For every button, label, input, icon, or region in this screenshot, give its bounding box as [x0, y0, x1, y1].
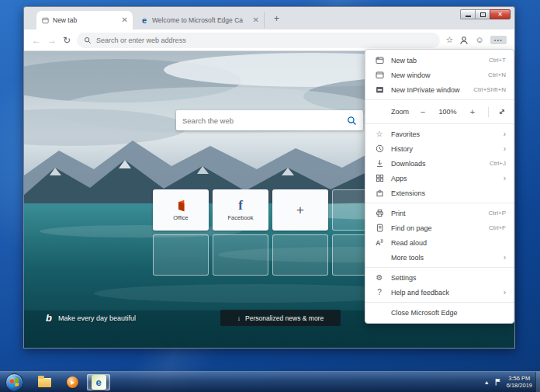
- menu-item-close-edge[interactable]: Close Microsoft Edge: [365, 305, 514, 320]
- settings-and-more-button[interactable]: ...: [490, 36, 507, 44]
- tile-label: Facebook: [228, 214, 254, 221]
- taskbar-explorer-button[interactable]: [33, 374, 56, 390]
- inprivate-icon: [375, 85, 384, 94]
- bing-logo-icon: b: [46, 313, 52, 323]
- office-logo-icon: [175, 199, 187, 212]
- address-input[interactable]: [96, 36, 432, 44]
- menu-separator: [365, 99, 514, 100]
- show-desktop-button[interactable]: [535, 372, 540, 392]
- new-tab-button[interactable]: +: [271, 13, 282, 25]
- apps-grid-icon: [375, 174, 384, 182]
- tile-add[interactable]: +: [272, 189, 328, 231]
- tray-expand-icon[interactable]: ▲: [484, 380, 490, 385]
- zoom-out-button[interactable]: −: [417, 107, 429, 116]
- zoom-divider: [488, 107, 489, 117]
- tab-new-tab[interactable]: New tab ✕: [36, 11, 133, 29]
- web-search-box[interactable]: [176, 110, 363, 130]
- clock-time: 3:56 PM: [507, 375, 532, 382]
- tab-close-icon[interactable]: ✕: [122, 16, 128, 24]
- downloads-icon: [375, 159, 384, 168]
- taskbar-edge-button[interactable]: e: [87, 374, 110, 390]
- newtab-favicon-icon: [41, 16, 49, 24]
- menu-item-new-inprivate-window[interactable]: New InPrivate window Ctrl+Shft+N: [365, 82, 514, 97]
- menu-item-new-tab[interactable]: New tab Ctrl+T: [365, 53, 514, 68]
- find-on-page-icon: [375, 224, 384, 232]
- taskbar-clock[interactable]: 3:56 PM 6/18/2019: [507, 375, 532, 389]
- web-search-icon[interactable]: [347, 116, 357, 126]
- menu-item-apps[interactable]: Apps ›: [365, 171, 514, 186]
- menu-item-find-on-page[interactable]: Find on page Ctrl+F: [365, 220, 514, 235]
- personalized-news-button[interactable]: ↓ Personalized news & more: [220, 310, 341, 326]
- down-arrow-icon: ↓: [237, 314, 241, 322]
- history-clock-icon: [375, 144, 384, 153]
- extensions-puzzle-icon: [375, 189, 384, 197]
- fullscreen-icon[interactable]: [498, 108, 506, 116]
- start-button[interactable]: [5, 373, 23, 391]
- minimize-button[interactable]: [460, 9, 475, 19]
- read-aloud-icon: A)): [375, 239, 384, 246]
- menu-item-extensions[interactable]: Extensions: [365, 186, 514, 200]
- menu-item-print[interactable]: Print Ctrl+P: [365, 206, 514, 220]
- taskbar-media-player-button[interactable]: [61, 374, 84, 390]
- refresh-icon[interactable]: ↻: [63, 36, 71, 45]
- edge-favicon-icon: e: [140, 16, 148, 24]
- facebook-logo-icon: f: [238, 199, 243, 212]
- profile-icon[interactable]: [459, 36, 469, 45]
- tile-empty[interactable]: [213, 234, 268, 276]
- menu-item-downloads[interactable]: Downloads Ctrl+J: [365, 156, 514, 171]
- close-window-button[interactable]: ✕: [490, 9, 511, 19]
- tab-close-icon[interactable]: ✕: [253, 16, 259, 24]
- edge-browser-window: New tab ✕ e Welcome to Microsoft Edge Ca…: [23, 6, 515, 349]
- menu-item-read-aloud[interactable]: A)) Read aloud: [365, 235, 514, 250]
- search-icon: [84, 36, 92, 44]
- tile-empty[interactable]: [272, 234, 328, 276]
- bing-attribution: b Make every day beautiful: [46, 313, 136, 323]
- forward-icon[interactable]: →: [47, 36, 57, 45]
- settings-and-more-menu: New tab Ctrl+T New window Ctrl+N New InP…: [365, 49, 514, 324]
- windows-flag-icon: [10, 377, 19, 387]
- edge-app-icon: e: [92, 375, 106, 390]
- back-icon[interactable]: ←: [32, 36, 41, 45]
- chevron-right-icon: ›: [504, 254, 506, 262]
- tile-facebook[interactable]: f Facebook: [213, 189, 268, 231]
- new-window-icon: [375, 71, 384, 79]
- zoom-in-button[interactable]: +: [466, 107, 479, 116]
- tile-office[interactable]: Office: [153, 189, 209, 231]
- menu-item-new-window[interactable]: New window Ctrl+N: [365, 68, 514, 82]
- menu-item-settings[interactable]: ⚙ Settings: [365, 270, 514, 285]
- tile-empty[interactable]: [153, 234, 209, 276]
- explorer-folder-icon: [38, 378, 51, 387]
- clock-date: 6/18/2019: [507, 382, 532, 389]
- chevron-right-icon: ›: [504, 289, 506, 297]
- help-question-icon: ?: [375, 289, 384, 297]
- favorites-star-icon[interactable]: ☆: [446, 36, 454, 44]
- menu-separator: [365, 302, 514, 303]
- web-search-input[interactable]: [182, 116, 347, 125]
- add-tile-plus-icon: +: [296, 203, 304, 217]
- new-tab-icon: [375, 56, 384, 64]
- menu-item-more-tools[interactable]: More tools ›: [365, 250, 514, 265]
- menu-item-history[interactable]: History ›: [365, 141, 514, 156]
- print-icon: [375, 209, 384, 217]
- menu-separator: [365, 267, 514, 268]
- menu-item-favorites[interactable]: ☆ Favorites ›: [365, 127, 514, 141]
- maximize-button[interactable]: [475, 9, 490, 19]
- action-center-flag-icon[interactable]: [494, 378, 502, 386]
- tab-welcome-edge[interactable]: e Welcome to Microsoft Edge Ca ✕: [136, 12, 265, 28]
- browser-toolbar: ← → ↻ ☆ ☺ ...: [24, 29, 514, 51]
- chevron-right-icon: ›: [504, 145, 506, 153]
- bing-tagline: Make every day beautiful: [58, 314, 136, 322]
- system-tray: ▲ 3:56 PM 6/18/2019: [484, 372, 532, 392]
- tab-strip: New tab ✕ e Welcome to Microsoft Edge Ca…: [24, 7, 514, 29]
- menu-item-zoom: Zoom − 100% +: [365, 102, 514, 121]
- menu-item-help-feedback[interactable]: ? Help and feedback ›: [365, 285, 514, 300]
- media-player-icon: [67, 376, 78, 388]
- zoom-level-value: 100%: [436, 108, 459, 116]
- tile-label: Office: [173, 214, 188, 221]
- tab-title: New tab: [53, 16, 118, 24]
- window-controls: ✕: [460, 9, 511, 19]
- menu-separator: [365, 123, 514, 124]
- feedback-smiley-icon[interactable]: ☺: [475, 36, 483, 44]
- tab-title: Welcome to Microsoft Edge Ca: [152, 16, 249, 24]
- address-bar[interactable]: [77, 33, 439, 48]
